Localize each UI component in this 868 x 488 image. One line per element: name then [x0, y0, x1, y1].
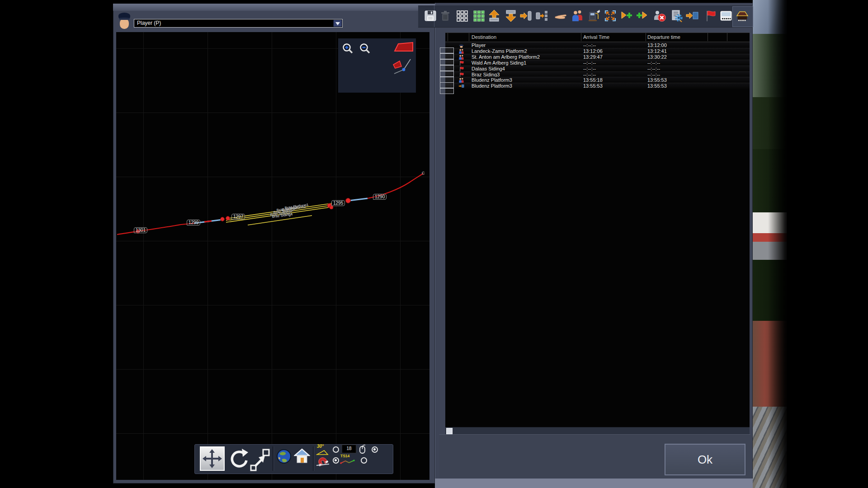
ok-button[interactable]: Ok — [665, 444, 745, 475]
chevron-down-icon[interactable] — [333, 20, 342, 27]
couple-right-button[interactable] — [519, 9, 533, 23]
destination-cell: Landeck-Zams Platform2 — [472, 48, 527, 54]
arrival-cell: 13:55:53 — [583, 83, 603, 89]
departure-cell: --:--:-- — [647, 72, 660, 77]
zoom-in-button[interactable] — [342, 42, 354, 55]
mouse-control-radio[interactable] — [372, 446, 378, 453]
departure-cell: 13:55:53 — [647, 77, 667, 83]
remove-driver-icon — [653, 9, 666, 23]
waypoint-flag-button[interactable] — [703, 9, 717, 23]
consist-ladder-cell — [440, 71, 454, 77]
timetable-view-button[interactable] — [719, 9, 733, 23]
map-overlay-panel — [338, 38, 416, 93]
depot-view-button[interactable] — [736, 9, 749, 23]
depot-view-icon — [736, 9, 749, 23]
table-row[interactable]: Wald Am Arlberg Siding1--:--:----:--:-- — [445, 60, 750, 66]
passengers-icon — [571, 9, 584, 23]
destination-cell: Braz Siding3 — [472, 72, 500, 77]
destination-cell: Bludenz Platform3 — [472, 83, 512, 89]
consist-ladder-cell — [440, 59, 454, 65]
column-divider — [469, 33, 469, 41]
mile-marker-label: 1290 — [373, 194, 387, 200]
unload-down-button[interactable] — [504, 9, 518, 23]
table-row[interactable]: Bludenz Platform313:55:5313:55:53 — [445, 83, 750, 89]
ok-button-label: Ok — [698, 453, 712, 467]
timetable-area — [445, 33, 750, 427]
load-up-button[interactable] — [487, 9, 501, 23]
destination-cell: Bludenz Platform3 — [472, 77, 512, 83]
destination-cell: Dalaas Siding4 — [472, 66, 505, 71]
arrival-cell: --:--:-- — [583, 66, 596, 71]
uncouple-left-button[interactable] — [535, 9, 548, 23]
destination-cell: Wald Am Arlberg Siding1 — [472, 60, 526, 66]
window-title-bar — [113, 4, 435, 11]
destination-cell: Player — [472, 42, 486, 48]
drive-hand-button[interactable] — [554, 9, 567, 23]
arrival-cell: --:--:-- — [583, 42, 596, 48]
magnet-snap-radio[interactable] — [333, 457, 339, 464]
gradient-snap-radio[interactable] — [333, 446, 339, 453]
consist-ladder-cell — [440, 65, 454, 71]
driver-face — [120, 19, 129, 29]
driver-select-dropdown[interactable]: Player (P) — [134, 19, 343, 28]
departure-cell: 13:55:53 — [647, 83, 667, 89]
arrival-cell: 13:12:06 — [583, 48, 603, 54]
final-destination-icon — [685, 9, 699, 23]
zoom-level-value[interactable]: 18 — [342, 445, 356, 453]
table-row[interactable]: Dalaas Siding4--:--:----:--:-- — [445, 66, 750, 72]
rotate-tool-button[interactable] — [228, 448, 249, 471]
departure-cell: --:--:-- — [647, 66, 660, 71]
column-header-departure: Departure time — [647, 34, 680, 40]
gradient-snap-icon[interactable] — [316, 449, 329, 455]
expand-button[interactable] — [604, 9, 617, 23]
pan-tool-button[interactable] — [200, 446, 225, 471]
column-header-arrival: Arrival Time — [583, 34, 609, 40]
column-divider — [708, 33, 708, 41]
jump-tool-button[interactable] — [250, 448, 270, 472]
consist-ladder-cell — [440, 47, 454, 53]
route-end-label: C — [422, 171, 425, 175]
home-view-button[interactable] — [294, 447, 310, 465]
scrollbar-thumb[interactable] — [446, 428, 453, 434]
horizontal-scrollbar[interactable] — [445, 427, 750, 435]
table-row[interactable]: Braz Siding3--:--:----:--:-- — [445, 71, 750, 78]
mouse-control-icon[interactable] — [359, 444, 366, 454]
scenery-sky-building — [753, 0, 787, 34]
departure-cell: 13:12:00 — [647, 42, 667, 48]
ts14-gradient-radio[interactable] — [361, 457, 367, 464]
ts14-gradient-label: TS14 — [340, 454, 349, 458]
load-up-icon — [487, 9, 501, 23]
grid-add-button[interactable] — [472, 9, 486, 23]
service-settings-button[interactable] — [670, 9, 684, 23]
map-compass-icon[interactable] — [392, 57, 414, 77]
remove-driver-button[interactable] — [653, 9, 666, 23]
final-destination-button[interactable] — [685, 9, 699, 23]
insert-before-button[interactable] — [620, 9, 633, 23]
world-view-button[interactable] — [276, 448, 292, 465]
column-header-destination: Destination — [472, 34, 496, 40]
map-region-icon[interactable] — [393, 42, 414, 52]
table-row[interactable]: Player--:--:--13:12:00 — [445, 42, 750, 48]
passengers-button[interactable] — [571, 9, 584, 23]
departure-cell: 13:12:41 — [647, 48, 667, 54]
scenery-trees — [753, 260, 787, 321]
driver-avatar — [118, 13, 130, 31]
zoom-out-button[interactable] — [359, 42, 372, 55]
insert-before-icon — [620, 9, 633, 23]
column-divider — [448, 33, 448, 41]
magnet-snap-icon[interactable] — [316, 455, 330, 466]
bottom-strip — [435, 479, 753, 488]
delete-button[interactable] — [439, 9, 452, 23]
table-row[interactable]: Bludenz Platform313:55:1813:55:53 — [445, 77, 750, 83]
departure-cell: 13:30:22 — [647, 54, 667, 60]
grid-select-button[interactable] — [455, 9, 469, 23]
ts14-gradient-icon[interactable] — [340, 459, 356, 465]
waypoint-flag-icon — [703, 9, 717, 23]
map-canvas[interactable] — [116, 32, 429, 480]
table-row[interactable]: Landeck-Zams Platform213:12:0613:12:41 — [445, 48, 750, 54]
refuel-icon — [587, 9, 601, 23]
table-row[interactable]: St. Anton am Arlberg Platform213:29:4713… — [445, 54, 750, 60]
insert-after-button[interactable] — [635, 9, 649, 23]
refuel-button[interactable] — [587, 9, 601, 23]
save-button[interactable] — [424, 9, 437, 23]
